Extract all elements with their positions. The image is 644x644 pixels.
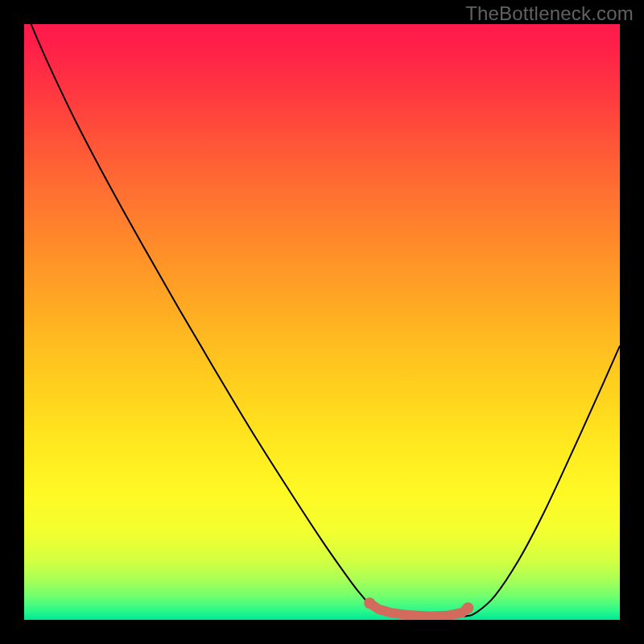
chart-container: TheBottleneck.com xyxy=(0,0,644,644)
optimal-marker-endpoint xyxy=(364,597,375,609)
optimal-marker-endpoint xyxy=(462,602,473,613)
gradient-background xyxy=(24,24,620,620)
bottleneck-chart xyxy=(0,0,644,644)
